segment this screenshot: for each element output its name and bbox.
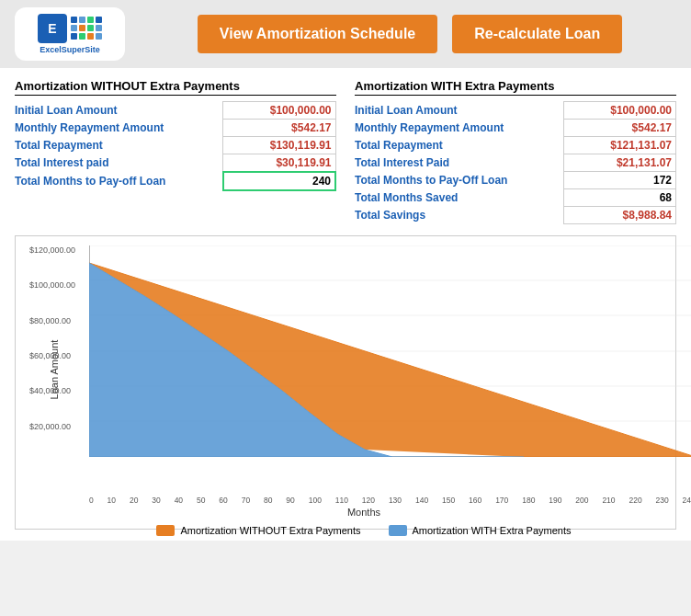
recalculate-button[interactable]: Re-calculate Loan [452, 15, 622, 53]
view-amortization-button[interactable]: View Amortization Schedule [198, 15, 437, 53]
legend-item-orange: Amortization WITHOUT Extra Payments [156, 525, 360, 536]
with-extra-table: Initial Loan Amount $100,000.00 Monthly … [355, 101, 676, 224]
label: Total Interest Paid [355, 154, 563, 172]
value: 68 [563, 189, 675, 207]
header: E Exc [0, 0, 691, 68]
tables-row: Amortization WITHOUT Extra Payments Init… [15, 79, 676, 224]
chart-container: Loan Amount $120,000.00 $100,000.00 $80,… [15, 235, 676, 530]
label: Total Months to Pay-Off Loan [355, 172, 563, 189]
value: $100,000.00 [223, 102, 335, 120]
logo-icon: E [38, 14, 67, 43]
chart-svg-main [89, 245, 691, 457]
x-axis-label: Months [62, 507, 666, 518]
value: $21,131.07 [563, 154, 675, 172]
chart-legend: Amortization WITHOUT Extra Payments Amor… [62, 525, 666, 536]
label: Total Months Saved [355, 189, 563, 207]
table-row: Total Interest paid $30,119.91 [15, 154, 335, 173]
app-container: E Exc [0, 0, 691, 541]
value: 172 [563, 172, 675, 189]
value: $121,131.07 [563, 137, 675, 154]
table-row: Total Months to Pay-Off Loan 172 [355, 172, 676, 189]
y-axis-ticks: $120,000.00 $100,000.00 $80,000.00 $60,0… [29, 245, 75, 457]
legend-label-orange: Amortization WITHOUT Extra Payments [180, 525, 360, 536]
value: $8,988.84 [563, 207, 675, 224]
label: Total Savings [355, 207, 563, 224]
value: $30,119.91 [223, 154, 335, 173]
table-row: Monthly Repayment Amount $542.17 [15, 120, 335, 137]
logo-dots [71, 17, 102, 40]
legend-color-orange [156, 525, 175, 536]
value: $542.17 [223, 120, 335, 137]
label: Initial Loan Amount [15, 102, 223, 120]
value: $100,000.00 [563, 102, 675, 120]
label: Total Repayment [15, 137, 223, 154]
with-extra-title: Amortization WITH Extra Payments [355, 79, 676, 96]
table-row: Total Months to Pay-off Loan 240 [15, 172, 335, 190]
legend-color-blue [389, 525, 407, 536]
value: $130,119.91 [223, 137, 335, 154]
without-extra-title: Amortization WITHOUT Extra Payments [15, 79, 336, 96]
label: Total Interest paid [15, 154, 223, 173]
legend-item-blue: Amortization WITH Extra Payments [389, 525, 572, 536]
without-extra-table: Initial Loan Amount $100,000.00 Monthly … [15, 101, 336, 191]
label: Total Repayment [355, 137, 563, 154]
label: Initial Loan Amount [355, 102, 563, 120]
with-extra-section: Amortization WITH Extra Payments Initial… [355, 79, 676, 224]
table-row: Initial Loan Amount $100,000.00 [355, 102, 676, 120]
x-axis-ticks: 0 10 20 30 40 50 60 70 80 90 100 110 120… [89, 496, 691, 505]
table-row: Total Repayment $130,119.91 [15, 137, 335, 154]
value: 240 [223, 172, 335, 190]
without-extra-section: Amortization WITHOUT Extra Payments Init… [15, 79, 336, 224]
table-row: Monthly Repayment Amount $542.17 [355, 120, 676, 137]
table-row: Total Months Saved 68 [355, 189, 676, 207]
label: Monthly Repayment Amount [355, 120, 563, 137]
legend-label-blue: Amortization WITH Extra Payments [413, 525, 572, 536]
label: Monthly Repayment Amount [15, 120, 223, 137]
table-row: Initial Loan Amount $100,000.00 [15, 102, 335, 120]
value: $542.17 [563, 120, 675, 137]
header-buttons: View Amortization Schedule Re-calculate … [143, 15, 676, 53]
logo: E Exc [15, 7, 125, 61]
main-content: Amortization WITHOUT Extra Payments Init… [0, 68, 691, 541]
label: Total Months to Pay-off Loan [15, 172, 223, 190]
table-row: Total Repayment $121,131.07 [355, 137, 676, 154]
logo-text: ExcelSuperSite [40, 45, 100, 55]
table-row: Total Interest Paid $21,131.07 [355, 154, 676, 172]
table-row: Total Savings $8,988.84 [355, 207, 676, 224]
